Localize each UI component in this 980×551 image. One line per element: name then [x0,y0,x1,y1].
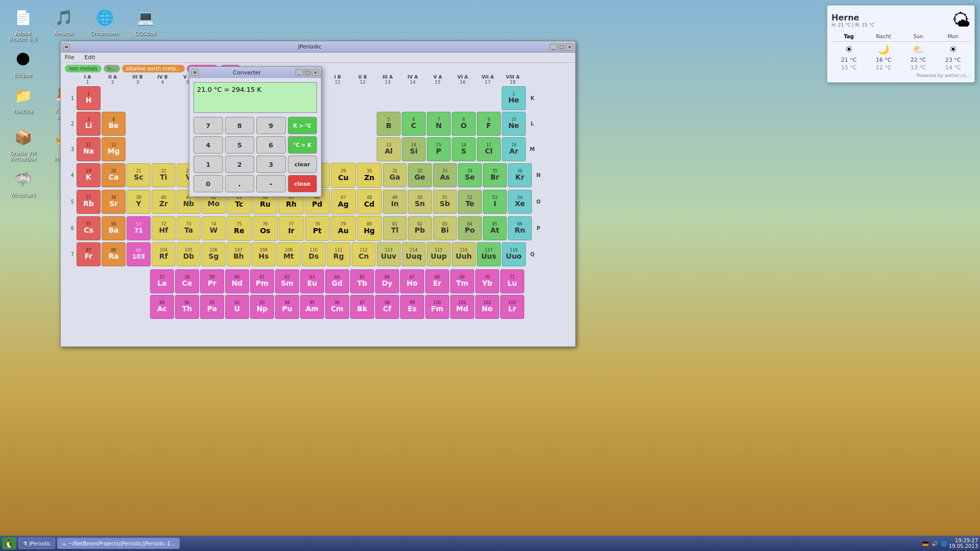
element-Lu[interactable]: 71Lu [500,269,524,293]
window-menu-btn[interactable]: ≡ [63,43,70,51]
element-Se[interactable]: 34Se [458,163,482,187]
element-Sn[interactable]: 50Sn [408,190,432,214]
element-Ra[interactable]: 88Ra [102,242,126,266]
element-Bk[interactable]: 97Bk [350,295,374,319]
element-Rf[interactable]: 104Rf [152,242,176,266]
element-O[interactable]: 8O [452,112,476,136]
legend-alkaline[interactable]: alkaline earth meta... [122,65,185,72]
element-C[interactable]: 6C [402,112,426,136]
btn-2[interactable]: 2 [225,156,255,173]
element-I[interactable]: 53I [483,190,507,214]
element-Cl[interactable]: 17Cl [477,137,501,161]
element-La-Lu[interactable]: 5771 [127,216,151,240]
element-No[interactable]: 102No [475,295,499,319]
btn-k-to-c[interactable]: K > °C [288,117,317,134]
element-Hs[interactable]: 108Hs [252,242,276,266]
element-U[interactable]: 92U [225,295,249,319]
element-Eu[interactable]: 63Eu [300,269,324,293]
element-W[interactable]: 74W [202,216,226,240]
element-Si[interactable]: 14Si [402,137,426,161]
element-Er[interactable]: 68Er [425,269,449,293]
element-Sc[interactable]: 21Sc [127,163,151,187]
element-Th[interactable]: 90Th [175,295,199,319]
desktop-icon-adobe-reader[interactable]: 📄 AdobeReader 6.0 [5,5,41,42]
element-As[interactable]: 33As [433,163,457,187]
desktop-icon-amarok[interactable]: 🎵 Amarok [46,5,82,42]
btn-c-to-k[interactable]: °C > K [288,136,317,154]
element-Pt[interactable]: 78Pt [305,216,330,241]
menu-file[interactable]: File [63,53,76,62]
element-Cf[interactable]: 98Cf [375,295,399,319]
element-Fr[interactable]: 87Fr [77,242,101,266]
element-Po[interactable]: 84Po [458,216,482,240]
element-N[interactable]: 7N [427,112,451,136]
element-Np[interactable]: 93Np [250,295,274,319]
element-Uut[interactable]: 113Uuv [377,242,401,266]
element-S[interactable]: 16S [452,137,476,161]
element-Li[interactable]: 3Li [77,112,101,136]
element-Am[interactable]: 95Am [300,295,324,319]
converter-titlebar[interactable]: ≡ Converter _ □ × [189,67,321,78]
element-Uup[interactable]: 115Uup [427,242,451,266]
element-Lr[interactable]: 103Lr [500,295,524,319]
taskbar-jperiodic-btn[interactable]: ⚗ jPeriodic [18,538,55,549]
desktop-icon-eclipse[interactable]: 🌑 Eclipse [5,47,41,78]
btn-0[interactable]: 0 [193,175,223,192]
element-Re[interactable]: 75Re [227,216,252,241]
element-H[interactable]: 1H [77,86,101,110]
element-Xe[interactable]: 54Xe [508,190,532,214]
element-Mt[interactable]: 109Mt [277,242,301,266]
taskbar-netbeans-btn[interactable]: ☕ ~/NetBeansProjects/jPeriodic/jPeriodic… [57,538,180,549]
btn-5[interactable]: 5 [225,136,255,154]
element-Ti[interactable]: 22Ti [152,163,176,187]
element-Pr[interactable]: 59Pr [200,269,224,293]
element-Rb[interactable]: 37Rb [77,190,101,214]
btn-1[interactable]: 1 [193,156,223,173]
btn-clear[interactable]: clear [288,156,317,173]
window-minimize-btn[interactable]: _ [550,43,557,51]
element-He[interactable]: 2He [502,86,526,110]
btn-8[interactable]: 8 [225,117,255,134]
element-Al[interactable]: 13Al [377,137,401,161]
jperiodic-titlebar[interactable]: ≡ jPeriodic _ □ × [61,41,575,53]
element-Cm[interactable]: 96Cm [325,295,349,319]
element-Ac[interactable]: 89Ac [150,295,174,319]
element-Db[interactable]: 105Db [177,242,201,266]
element-B[interactable]: 5B [377,112,401,136]
element-Ds[interactable]: 110Ds [302,242,326,266]
element-Pm[interactable]: 61Pm [250,269,274,293]
menu-edit[interactable]: Edit [82,53,97,62]
element-Pu[interactable]: 94Pu [275,295,299,319]
btn-dot[interactable]: . [225,175,255,192]
element-Bh[interactable]: 107Bh [227,242,251,266]
element-Es[interactable]: 99Es [400,295,424,319]
element-Kr[interactable]: 36Kr [508,163,532,187]
element-Pb[interactable]: 82Pb [408,216,432,240]
element-Ir[interactable]: 77Ir [279,216,304,241]
window-close-btn[interactable]: × [566,43,573,51]
desktop-icon-virtualbox[interactable]: 📦 Oracle VMVirtualBox [5,125,41,162]
element-Cd[interactable]: 48Cd [357,189,382,214]
element-Sg[interactable]: 106Sg [202,242,226,266]
element-Hf[interactable]: 72Hf [152,216,176,240]
element-Ce[interactable]: 58Ce [175,269,199,293]
converter-menu-btn[interactable]: ≡ [191,69,199,76]
element-Rn[interactable]: 86Rn [508,216,532,240]
element-Zr[interactable]: 40Zr [152,190,176,214]
element-Sm[interactable]: 62Sm [275,269,299,293]
element-Gd[interactable]: 64Gd [325,269,349,293]
element-Zn[interactable]: 30Zn [357,163,382,188]
element-Uuo[interactable]: 118Uuo [502,242,526,266]
element-Be[interactable]: 4Be [102,112,126,136]
element-Ac-Lr[interactable]: 89103 [127,242,151,266]
element-Ga[interactable]: 31Ga [383,163,407,187]
element-Cu[interactable]: 29Cu [331,163,356,188]
element-Dy[interactable]: 66Dy [375,269,399,293]
element-Te[interactable]: 52Te [458,190,482,214]
element-Tb[interactable]: 65Tb [350,269,374,293]
element-K[interactable]: 19K [77,163,101,187]
element-Ar[interactable]: 18Ar [502,137,526,161]
btn-4[interactable]: 4 [193,136,223,154]
element-La[interactable]: 57La [150,269,174,293]
element-Md[interactable]: 101Md [450,295,474,319]
